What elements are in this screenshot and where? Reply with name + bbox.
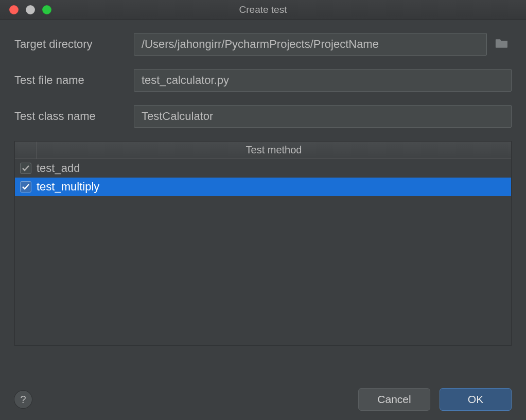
- method-row[interactable]: test_multiply: [15, 178, 511, 196]
- test-file-name-input[interactable]: [134, 69, 512, 92]
- target-directory-row: Target directory: [14, 33, 512, 56]
- check-icon: [22, 164, 30, 172]
- test-class-name-input[interactable]: [134, 105, 512, 128]
- window-title: Create test: [0, 4, 526, 15]
- dialog-content: Target directory Test file name Test cla…: [0, 20, 526, 346]
- ok-button[interactable]: OK: [440, 388, 512, 411]
- dialog-footer: ? Cancel OK: [0, 379, 526, 420]
- method-name: test_add: [37, 162, 80, 175]
- test-file-name-label: Test file name: [14, 74, 134, 87]
- test-methods-table: Test method test_addtest_multiply: [14, 141, 512, 346]
- table-header-method: Test method: [37, 142, 511, 159]
- close-button[interactable]: [9, 5, 19, 14]
- test-class-name-row: Test class name: [14, 105, 512, 128]
- table-body: test_addtest_multiply: [15, 159, 511, 345]
- method-row[interactable]: test_add: [15, 159, 511, 178]
- test-file-name-row: Test file name: [14, 69, 512, 92]
- method-checkbox[interactable]: [20, 163, 31, 174]
- maximize-button[interactable]: [42, 5, 51, 14]
- method-name: test_multiply: [37, 180, 99, 194]
- table-header-checkbox-col: [15, 142, 37, 159]
- cancel-button[interactable]: Cancel: [358, 388, 430, 411]
- browse-folder-button[interactable]: [492, 34, 512, 54]
- method-checkbox[interactable]: [20, 181, 31, 192]
- target-directory-input[interactable]: [134, 33, 487, 56]
- test-class-name-label: Test class name: [14, 110, 134, 123]
- window-controls: [0, 5, 51, 14]
- help-button[interactable]: ?: [14, 391, 32, 408]
- folder-icon: [495, 38, 509, 51]
- table-header: Test method: [15, 142, 511, 159]
- check-icon: [22, 183, 30, 191]
- titlebar: Create test: [0, 0, 526, 20]
- minimize-button[interactable]: [26, 5, 35, 14]
- target-directory-label: Target directory: [14, 38, 134, 51]
